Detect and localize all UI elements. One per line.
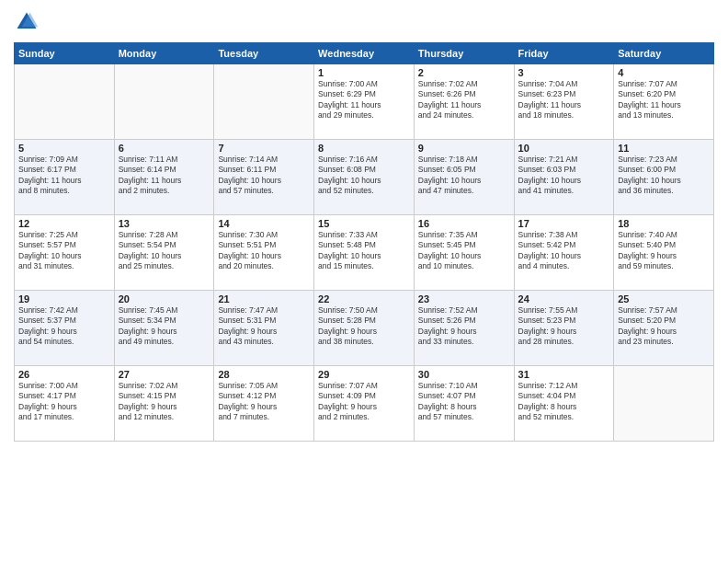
day-info: Sunrise: 7:47 AM Sunset: 5:31 PM Dayligh…: [218, 305, 310, 348]
calendar-week-4: 19Sunrise: 7:42 AM Sunset: 5:37 PM Dayli…: [15, 291, 714, 366]
logo-icon: [14, 9, 40, 35]
day-info: Sunrise: 7:04 AM Sunset: 6:23 PM Dayligh…: [518, 79, 610, 121]
day-info: Sunrise: 7:25 AM Sunset: 5:57 PM Dayligh…: [18, 230, 110, 272]
calendar-cell: 6Sunrise: 7:11 AM Sunset: 6:14 PM Daylig…: [114, 140, 214, 215]
page: SundayMondayTuesdayWednesdayThursdayFrid…: [0, 0, 728, 563]
calendar-cell: 16Sunrise: 7:35 AM Sunset: 5:45 PM Dayli…: [414, 215, 514, 291]
calendar-cell: 19Sunrise: 7:42 AM Sunset: 5:37 PM Dayli…: [15, 291, 115, 366]
day-number: 20: [119, 293, 210, 304]
calendar-cell: 25Sunrise: 7:57 AM Sunset: 5:20 PM Dayli…: [614, 291, 714, 366]
day-info: Sunrise: 7:07 AM Sunset: 4:09 PM Dayligh…: [318, 381, 410, 423]
calendar-cell: 4Sunrise: 7:07 AM Sunset: 6:20 PM Daylig…: [614, 64, 714, 140]
calendar-cell: [114, 64, 214, 140]
calendar-cell: 8Sunrise: 7:16 AM Sunset: 6:08 PM Daylig…: [314, 140, 415, 215]
weekday-header-friday: Friday: [514, 43, 614, 64]
day-info: Sunrise: 7:57 AM Sunset: 5:20 PM Dayligh…: [618, 305, 710, 348]
calendar-cell: [614, 366, 714, 442]
day-number: 30: [418, 369, 510, 380]
calendar-cell: [15, 64, 115, 140]
calendar-week-2: 5Sunrise: 7:09 AM Sunset: 6:17 PM Daylig…: [15, 140, 714, 215]
calendar-cell: 17Sunrise: 7:38 AM Sunset: 5:42 PM Dayli…: [514, 215, 614, 291]
day-info: Sunrise: 7:00 AM Sunset: 4:17 PM Dayligh…: [18, 381, 110, 423]
calendar-cell: 18Sunrise: 7:40 AM Sunset: 5:40 PM Dayli…: [614, 215, 714, 291]
day-number: 28: [218, 369, 310, 380]
calendar-cell: 15Sunrise: 7:33 AM Sunset: 5:48 PM Dayli…: [314, 215, 415, 291]
day-number: 25: [618, 293, 710, 304]
day-number: 27: [119, 369, 210, 380]
weekday-header-monday: Monday: [114, 43, 214, 64]
day-number: 4: [618, 67, 710, 78]
calendar-cell: 26Sunrise: 7:00 AM Sunset: 4:17 PM Dayli…: [15, 366, 115, 442]
day-number: 19: [18, 293, 110, 304]
day-info: Sunrise: 7:16 AM Sunset: 6:08 PM Dayligh…: [318, 155, 410, 197]
day-number: 26: [18, 369, 110, 380]
day-info: Sunrise: 7:05 AM Sunset: 4:12 PM Dayligh…: [218, 381, 310, 423]
calendar-cell: 1Sunrise: 7:00 AM Sunset: 6:29 PM Daylig…: [314, 64, 415, 140]
day-number: 7: [218, 143, 310, 154]
day-number: 8: [318, 143, 410, 154]
day-number: 22: [318, 293, 410, 304]
day-info: Sunrise: 7:07 AM Sunset: 6:20 PM Dayligh…: [618, 79, 710, 121]
weekday-header-thursday: Thursday: [414, 43, 514, 64]
day-info: Sunrise: 7:02 AM Sunset: 4:15 PM Dayligh…: [119, 381, 210, 423]
day-info: Sunrise: 7:12 AM Sunset: 4:04 PM Dayligh…: [518, 381, 610, 423]
calendar-cell: 13Sunrise: 7:28 AM Sunset: 5:54 PM Dayli…: [114, 215, 214, 291]
day-number: 31: [518, 369, 610, 380]
calendar-cell: 7Sunrise: 7:14 AM Sunset: 6:11 PM Daylig…: [214, 140, 314, 215]
day-info: Sunrise: 7:50 AM Sunset: 5:28 PM Dayligh…: [318, 305, 410, 348]
calendar-cell: 27Sunrise: 7:02 AM Sunset: 4:15 PM Dayli…: [114, 366, 214, 442]
calendar-cell: 28Sunrise: 7:05 AM Sunset: 4:12 PM Dayli…: [214, 366, 314, 442]
calendar-cell: 31Sunrise: 7:12 AM Sunset: 4:04 PM Dayli…: [514, 366, 614, 442]
day-number: 14: [218, 218, 310, 229]
day-number: 3: [518, 67, 610, 78]
day-number: 17: [518, 218, 610, 229]
calendar-cell: 12Sunrise: 7:25 AM Sunset: 5:57 PM Dayli…: [15, 215, 115, 291]
day-number: 9: [418, 143, 510, 154]
calendar-cell: 5Sunrise: 7:09 AM Sunset: 6:17 PM Daylig…: [15, 140, 115, 215]
day-info: Sunrise: 7:35 AM Sunset: 5:45 PM Dayligh…: [418, 230, 510, 272]
day-number: 24: [518, 293, 610, 304]
day-number: 13: [119, 218, 210, 229]
calendar-cell: 20Sunrise: 7:45 AM Sunset: 5:34 PM Dayli…: [114, 291, 214, 366]
day-number: 6: [119, 143, 210, 154]
day-info: Sunrise: 7:42 AM Sunset: 5:37 PM Dayligh…: [18, 305, 110, 348]
calendar-week-1: 1Sunrise: 7:00 AM Sunset: 6:29 PM Daylig…: [15, 64, 714, 140]
weekday-header-saturday: Saturday: [614, 43, 714, 64]
logo: [14, 9, 43, 35]
day-info: Sunrise: 7:45 AM Sunset: 5:34 PM Dayligh…: [119, 305, 210, 348]
calendar-cell: 24Sunrise: 7:55 AM Sunset: 5:23 PM Dayli…: [514, 291, 614, 366]
day-info: Sunrise: 7:02 AM Sunset: 6:26 PM Dayligh…: [418, 79, 510, 121]
calendar-cell: 22Sunrise: 7:50 AM Sunset: 5:28 PM Dayli…: [314, 291, 415, 366]
day-info: Sunrise: 7:10 AM Sunset: 4:07 PM Dayligh…: [418, 381, 510, 423]
calendar-cell: 3Sunrise: 7:04 AM Sunset: 6:23 PM Daylig…: [514, 64, 614, 140]
day-number: 15: [318, 218, 410, 229]
day-info: Sunrise: 7:14 AM Sunset: 6:11 PM Dayligh…: [218, 155, 310, 197]
day-number: 2: [418, 67, 510, 78]
calendar-cell: 29Sunrise: 7:07 AM Sunset: 4:09 PM Dayli…: [314, 366, 415, 442]
day-number: 5: [18, 143, 110, 154]
calendar-cell: 2Sunrise: 7:02 AM Sunset: 6:26 PM Daylig…: [414, 64, 514, 140]
day-info: Sunrise: 7:30 AM Sunset: 5:51 PM Dayligh…: [218, 230, 310, 272]
day-info: Sunrise: 7:09 AM Sunset: 6:17 PM Dayligh…: [18, 155, 110, 197]
calendar-table: SundayMondayTuesdayWednesdayThursdayFrid…: [14, 42, 714, 442]
day-info: Sunrise: 7:28 AM Sunset: 5:54 PM Dayligh…: [119, 230, 210, 272]
day-info: Sunrise: 7:55 AM Sunset: 5:23 PM Dayligh…: [518, 305, 610, 348]
day-info: Sunrise: 7:38 AM Sunset: 5:42 PM Dayligh…: [518, 230, 610, 272]
calendar-cell: [214, 64, 314, 140]
day-number: 23: [418, 293, 510, 304]
calendar-header-row: SundayMondayTuesdayWednesdayThursdayFrid…: [15, 43, 714, 64]
calendar-cell: 30Sunrise: 7:10 AM Sunset: 4:07 PM Dayli…: [414, 366, 514, 442]
header: [14, 9, 714, 35]
day-info: Sunrise: 7:23 AM Sunset: 6:00 PM Dayligh…: [618, 155, 710, 197]
day-info: Sunrise: 7:18 AM Sunset: 6:05 PM Dayligh…: [418, 155, 510, 197]
calendar-cell: 10Sunrise: 7:21 AM Sunset: 6:03 PM Dayli…: [514, 140, 614, 215]
day-info: Sunrise: 7:52 AM Sunset: 5:26 PM Dayligh…: [418, 305, 510, 348]
calendar-cell: 9Sunrise: 7:18 AM Sunset: 6:05 PM Daylig…: [414, 140, 514, 215]
day-number: 16: [418, 218, 510, 229]
day-number: 10: [518, 143, 610, 154]
day-number: 11: [618, 143, 710, 154]
day-number: 12: [18, 218, 110, 229]
day-number: 29: [318, 369, 410, 380]
day-info: Sunrise: 7:33 AM Sunset: 5:48 PM Dayligh…: [318, 230, 410, 272]
weekday-header-tuesday: Tuesday: [214, 43, 314, 64]
